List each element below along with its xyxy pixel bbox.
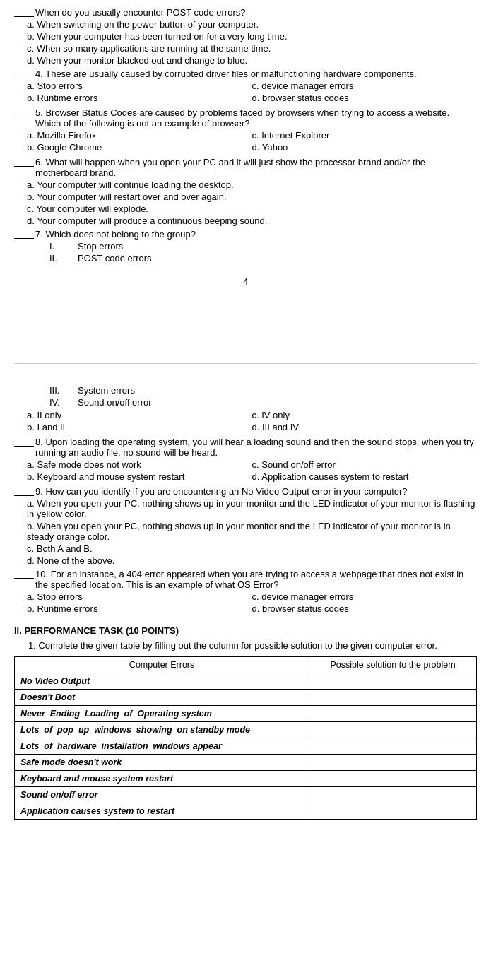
list-item: IV. Sound on/off error (49, 397, 477, 408)
q3-text: When do you usually encounter POST code … (35, 7, 477, 18)
loading-text: Loading (85, 709, 119, 719)
list-item: b. Runtime errors (27, 93, 252, 103)
list-item: d. When your monitor blacked out and cha… (27, 55, 477, 66)
table-row: Safe mode doesn't work (15, 755, 477, 771)
list-item: a. II only (27, 410, 252, 420)
q7-text: 7. Which does not belong to the group? (35, 229, 477, 240)
q10-text: 10. For an instance, a 404 error appeare… (35, 569, 477, 590)
question-10: 10. For an instance, a 404 error appeare… (14, 569, 477, 615)
list-item: a. Stop errors (27, 591, 252, 602)
error-cell: Safe mode doesn't work (15, 755, 309, 771)
page-divider (14, 363, 477, 364)
table-row: Lots of pop up windows showing on standb… (15, 722, 477, 738)
error-cell: Keyboard and mouse system restart (15, 771, 309, 787)
list-item: b. When your computer has been turned on… (27, 31, 477, 42)
list-item: d. Yahoo (252, 142, 478, 153)
question-4: 4. These are usually caused by corrupted… (14, 69, 477, 105)
list-item: c. Your computer will explode. (27, 203, 477, 214)
performance-task-table: Computer Errors Possible solution to the… (14, 656, 477, 820)
list-item: d. Application causes system to restart (252, 471, 478, 482)
solution-cell (309, 738, 477, 755)
table-row: Never Ending Loading of Operating system (15, 706, 477, 722)
q6-options: a. Your computer will continue loading t… (27, 179, 477, 226)
list-item: a. When switching on the power button of… (27, 19, 477, 30)
table-row: Lots of hardware installation windows ap… (15, 738, 477, 755)
blank-10 (14, 569, 34, 579)
list-item: b. When you open your PC, nothing shows … (27, 521, 477, 542)
solution-cell (309, 690, 477, 706)
list-item: d. None of the above. (27, 555, 477, 566)
error-cell: Never Ending Loading of Operating system (15, 706, 309, 722)
solution-cell (309, 673, 477, 690)
question-7-continued: III. System errors IV. Sound on/off erro… (14, 385, 477, 434)
q8-options: a. Safe mode does not work c. Sound on/o… (27, 459, 477, 483)
q7-roman-options: I. Stop errors II. POST code errors (49, 241, 477, 264)
solution-cell (309, 803, 477, 820)
error-cell: No Video Output (15, 673, 309, 690)
list-item: II. POST code errors (49, 253, 477, 264)
instruction-number: 1. (28, 640, 38, 651)
blank-9 (14, 486, 34, 496)
list-item: c. Sound on/off error (252, 459, 478, 470)
list-item: a. Mozilla Firefox (27, 130, 252, 141)
table-row: No Video Output (15, 673, 477, 690)
list-item: d. browser status codes (252, 603, 478, 614)
error-cell: Doesn't Boot (15, 690, 309, 706)
list-item: d. Your computer will produce a continuo… (27, 216, 477, 226)
list-item: a. Safe mode does not work (27, 459, 252, 470)
list-item: c. device manager errors (252, 591, 478, 602)
question-5: 5. Browser Status Codes are caused by pr… (14, 107, 477, 154)
section-break (14, 300, 477, 356)
list-item: d. III and IV (252, 422, 478, 432)
q3-options: a. When switching on the power button of… (27, 19, 477, 66)
blank-5 (14, 107, 34, 117)
solution-cell (309, 787, 477, 803)
q9-options: a. When you open your PC, nothing shows … (27, 498, 477, 566)
q6-text: 6. What will happen when you open your P… (35, 157, 477, 178)
list-item: III. System errors (49, 385, 477, 396)
instruction-text: Complete the given table by filling out … (38, 640, 437, 651)
table-row: Sound on/off error (15, 787, 477, 803)
question-6: 6. What will happen when you open your P… (14, 157, 477, 226)
error-cell: Lots of hardware installation windows ap… (15, 738, 309, 755)
question-7: 7. Which does not belong to the group? I… (14, 229, 477, 264)
q10-options: a. Stop errors c. device manager errors … (27, 591, 477, 615)
list-item: c. IV only (252, 410, 478, 420)
list-item: c. Internet Explorer (252, 130, 478, 141)
page-number: 4 (14, 276, 477, 287)
q9-text: 9. How can you identify if you are encou… (35, 486, 477, 497)
q5-options: a. Mozilla Firefox c. Internet Explorer … (27, 130, 477, 154)
list-item: b. Google Chrome (27, 142, 252, 153)
list-item: d. browser status codes (252, 93, 478, 103)
blank-6 (14, 157, 34, 167)
q5-text: 5. Browser Status Codes are caused by pr… (35, 107, 477, 129)
list-item: I. Stop errors (49, 241, 477, 252)
q7-roman-continued: III. System errors IV. Sound on/off erro… (49, 385, 477, 408)
blank-3 (14, 7, 34, 17)
solution-cell (309, 706, 477, 722)
error-cell: Sound on/off error (15, 787, 309, 803)
q8-text: 8. Upon loading the operating system, yo… (35, 437, 477, 458)
error-cell: Application causes system to restart (15, 803, 309, 820)
question-9: 9. How can you identify if you are encou… (14, 486, 477, 566)
list-item: b. Keyboard and mouse system restart (27, 471, 252, 482)
table-header-errors: Computer Errors (15, 657, 309, 673)
error-cell: Lots of pop up windows showing on standb… (15, 722, 309, 738)
performance-task-header: II. PERFORMANCE TASK (10 POINTS) (14, 625, 477, 636)
table-row: Application causes system to restart (15, 803, 477, 820)
q4-options: a. Stop errors c. device manager errors … (27, 81, 477, 105)
list-item: a. Your computer will continue loading t… (27, 179, 477, 190)
spacer (14, 371, 477, 385)
list-item: c. When so many applications are running… (27, 43, 477, 54)
page-content: When do you usually encounter POST code … (0, 0, 491, 834)
q7-final-options: a. II only c. IV only b. I and II d. III… (27, 410, 477, 434)
question-8: 8. Upon loading the operating system, yo… (14, 437, 477, 483)
list-item: c. device manager errors (252, 81, 478, 91)
table-header-solution: Possible solution to the problem (309, 657, 477, 673)
table-row: Doesn't Boot (15, 690, 477, 706)
table-row: Keyboard and mouse system restart (15, 771, 477, 787)
list-item: b. Your computer will restart over and o… (27, 191, 477, 202)
solution-cell (309, 722, 477, 738)
list-item: c. Both A and B. (27, 543, 477, 554)
list-item: b. Runtime errors (27, 603, 252, 614)
